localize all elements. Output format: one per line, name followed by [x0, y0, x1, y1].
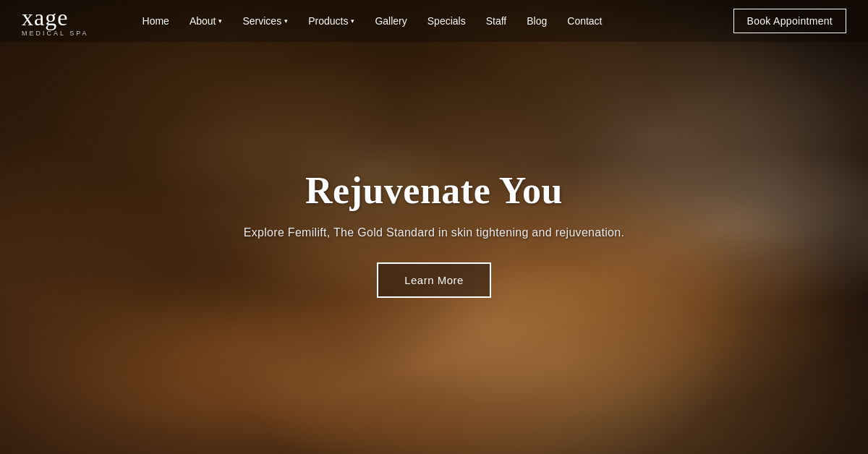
hero-section: xage MEDICAL SPA Home About ▾ Services ▾… — [0, 0, 868, 454]
nav-item-blog[interactable]: Blog — [516, 0, 557, 42]
nav-item-products[interactable]: Products ▾ — [298, 0, 365, 42]
book-appointment-button[interactable]: Book Appointment — [733, 9, 846, 33]
logo[interactable]: xage MEDICAL SPA — [22, 6, 89, 37]
nav-item-specials[interactable]: Specials — [417, 0, 476, 42]
chevron-down-icon: ▾ — [218, 17, 222, 25]
nav-item-gallery[interactable]: Gallery — [365, 0, 417, 42]
nav-item-about[interactable]: About ▾ — [179, 0, 233, 42]
logo-sub-text: MEDICAL SPA — [22, 30, 89, 37]
hero-title: Rejuvenate You — [305, 169, 563, 212]
nav-links: Home About ▾ Services ▾ Products ▾ Galle… — [132, 0, 733, 42]
nav-item-contact[interactable]: Contact — [557, 0, 612, 42]
learn-more-button[interactable]: Learn More — [377, 262, 491, 298]
chevron-down-icon: ▾ — [351, 17, 354, 25]
chevron-down-icon: ▾ — [284, 17, 288, 25]
main-nav: xage MEDICAL SPA Home About ▾ Services ▾… — [0, 0, 868, 42]
nav-item-services[interactable]: Services ▾ — [232, 0, 298, 42]
hero-content: Rejuvenate You Explore Femilift, The Gol… — [0, 42, 868, 454]
hero-subtitle: Explore Femilift, The Gold Standard in s… — [244, 226, 624, 239]
nav-item-staff[interactable]: Staff — [476, 0, 517, 42]
logo-main-text: xage — [22, 6, 89, 29]
nav-item-home[interactable]: Home — [132, 0, 179, 42]
